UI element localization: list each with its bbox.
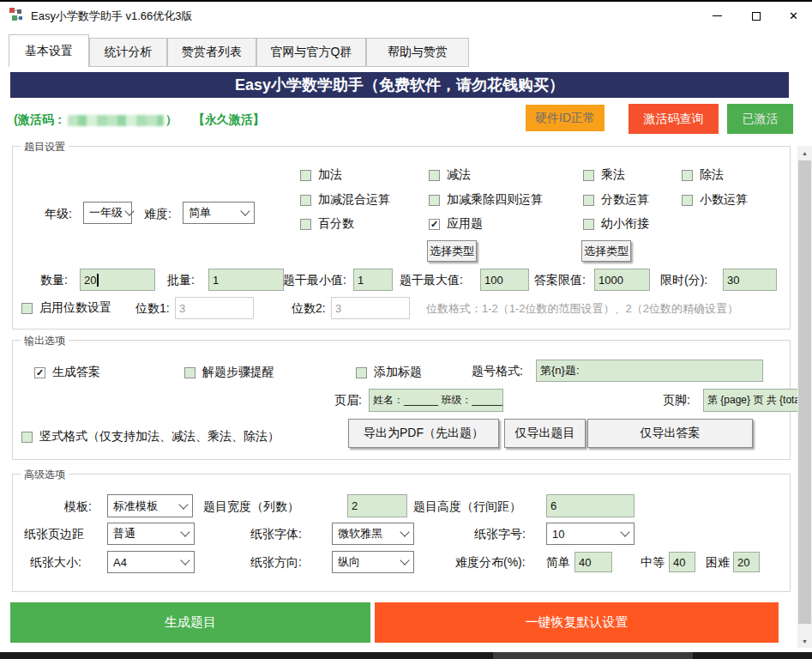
generate-questions-button[interactable]: 生成题目 [10, 602, 370, 643]
hard-percent-input[interactable]: 20 [733, 552, 760, 572]
checkbox-division[interactable]: 除法 [682, 167, 724, 183]
paper-font-label: 纸张字体: [250, 527, 302, 542]
tab-website-qgroup[interactable]: 官网与官方Q群 [256, 38, 366, 67]
checkbox-label: 减法 [447, 167, 471, 183]
medium-percent-input[interactable]: 40 [669, 552, 695, 572]
checkbox-four-operations[interactable]: 加减乘除四则运算 [429, 192, 543, 208]
checkbox-box[interactable] [21, 303, 33, 314]
page-header-input[interactable]: 姓名：______ 班级：______ 日期：___年__月__ [369, 389, 503, 412]
select-type-button-preschool[interactable]: 选择类型 [581, 240, 631, 262]
checkbox-label: 乘法 [601, 167, 625, 183]
checkbox-label: 幼小衔接 [601, 216, 649, 232]
page-header-label: 页眉: [334, 393, 362, 408]
activation-code-blurred [68, 115, 164, 126]
checkbox-box[interactable] [300, 195, 311, 206]
question-height-input[interactable]: 6 [546, 494, 635, 517]
activated-button[interactable]: 已激活 [727, 104, 793, 134]
checkbox-decimals[interactable]: 小数运算 [682, 192, 748, 208]
question-width-label: 题目宽度（列数） [203, 499, 299, 515]
checkbox-label: 加减混合运算 [318, 192, 390, 208]
vertical-scrollbar[interactable]: ▲ ▼ [797, 146, 812, 648]
checkbox-word-problems[interactable]: 应用题 [429, 216, 483, 232]
checkbox-fractions[interactable]: 分数运算 [583, 192, 649, 208]
chevron-down-icon [178, 499, 188, 509]
export-answers-button[interactable]: 仅导出答案 [587, 419, 753, 448]
grade-select[interactable]: 一年级 [83, 202, 132, 224]
paper-margin-value: 普通 [113, 526, 135, 541]
difficulty-select[interactable]: 简单 [183, 202, 255, 224]
checkbox-vertical-format[interactable]: 竖式格式（仅支持加法、减法、乘法、除法） [21, 429, 280, 444]
activation-query-button[interactable]: 激活码查询 [629, 104, 719, 134]
checkbox-box-checked[interactable] [429, 219, 440, 230]
paper-fontsize-value: 10 [552, 528, 564, 541]
maximize-button[interactable] [737, 3, 775, 28]
tab-help-donate[interactable]: 帮助与赞赏 [366, 38, 469, 67]
tab-sponsors[interactable]: 赞赏者列表 [167, 38, 256, 67]
time-limit-input[interactable]: 30 [723, 269, 777, 291]
checkbox-preschool[interactable]: 幼小衔接 [583, 216, 649, 232]
checkbox-box[interactable] [682, 195, 693, 206]
checkbox-multiplication[interactable]: 乘法 [583, 167, 625, 183]
checkbox-label: 应用题 [447, 216, 483, 232]
checkbox-box[interactable] [184, 367, 195, 378]
question-number-format-input[interactable]: 第{n}题: [536, 360, 763, 382]
chevron-down-icon [240, 206, 250, 215]
scrollbar-down-arrow-icon[interactable]: ▼ [797, 634, 812, 648]
quantity-input[interactable]: 20 [80, 269, 155, 291]
checkbox-box[interactable] [356, 367, 367, 378]
window-title: Easy小学数学助手 v1.66优化3版 [31, 9, 193, 24]
easy-percent-input[interactable]: 40 [574, 552, 612, 572]
paper-font-select[interactable]: 微软雅黑 [332, 523, 414, 545]
checkbox-add-title[interactable]: 添加标题 [356, 365, 422, 380]
scrollbar-up-arrow-icon[interactable]: ▲ [797, 146, 812, 160]
paper-orientation-label: 纸张方向: [250, 555, 302, 571]
checkbox-box[interactable] [429, 170, 440, 181]
checkbox-box[interactable] [583, 195, 594, 206]
close-button[interactable]: ✕ [774, 3, 812, 28]
checkbox-box[interactable] [583, 170, 594, 181]
hardware-id-button[interactable]: 硬件ID正常 [526, 105, 604, 131]
stem-min-input[interactable]: 1 [353, 269, 393, 291]
question-width-input[interactable]: 2 [347, 494, 407, 517]
checkbox-box[interactable] [300, 219, 311, 230]
paper-size-select[interactable]: A4 [107, 551, 195, 573]
checkbox-box-checked[interactable] [34, 367, 45, 378]
paper-orientation-select[interactable]: 纵向 [332, 551, 414, 573]
template-select[interactable]: 标准模板 [107, 494, 193, 517]
checkbox-solution-steps[interactable]: 解题步骤提醒 [184, 365, 274, 380]
taskbar-edge [0, 652, 812, 659]
app-icon [9, 7, 24, 22]
minimize-button[interactable] [698, 3, 737, 28]
select-type-button-word-problems[interactable]: 选择类型 [427, 240, 477, 262]
reset-defaults-button[interactable]: 一键恢复默认设置 [375, 602, 779, 643]
checkbox-addition[interactable]: 加法 [300, 167, 342, 183]
paper-margin-select[interactable]: 普通 [107, 523, 195, 545]
groupbox-advanced-options-title: 高级选项 [21, 468, 69, 482]
answer-limit-input[interactable]: 1000 [594, 269, 650, 291]
scrollbar-thumb[interactable] [798, 160, 811, 624]
checkbox-box[interactable] [583, 219, 594, 230]
export-pdf-button[interactable]: 导出为PDF（先出题） [348, 419, 499, 448]
paper-fontsize-select[interactable]: 10 [546, 523, 635, 545]
checkbox-percentage[interactable]: 百分数 [300, 216, 354, 232]
hard-label: 困难 [706, 555, 730, 571]
minimize-icon [713, 15, 722, 16]
template-value: 标准模板 [113, 499, 158, 514]
batch-input[interactable]: 1 [208, 269, 284, 291]
checkbox-enable-digits[interactable]: 启用位数设置 [21, 300, 111, 316]
tab-statistics[interactable]: 统计分析 [89, 38, 167, 67]
checkbox-label: 加法 [318, 167, 342, 183]
checkbox-box[interactable] [682, 170, 693, 181]
checkbox-box[interactable] [21, 432, 33, 443]
checkbox-box[interactable] [429, 195, 440, 206]
export-questions-button[interactable]: 仅导出题目 [504, 419, 586, 448]
page-footer-input[interactable]: 第 {page} 页 共 {total} 页 [703, 389, 799, 412]
tab-basic-settings[interactable]: 基本设置 [9, 34, 89, 67]
app-window: Easy小学数学助手 v1.66优化3版 ✕ 基本设置 统计分析 赞赏者列表 官… [0, 0, 812, 659]
checkbox-generate-answer[interactable]: 生成答案 [34, 365, 100, 380]
checkbox-subtraction[interactable]: 减法 [429, 167, 471, 183]
checkbox-label: 生成答案 [52, 365, 100, 380]
checkbox-add-sub-mixed[interactable]: 加减混合运算 [300, 192, 390, 208]
checkbox-box[interactable] [300, 170, 311, 181]
stem-max-input[interactable]: 100 [480, 269, 529, 291]
